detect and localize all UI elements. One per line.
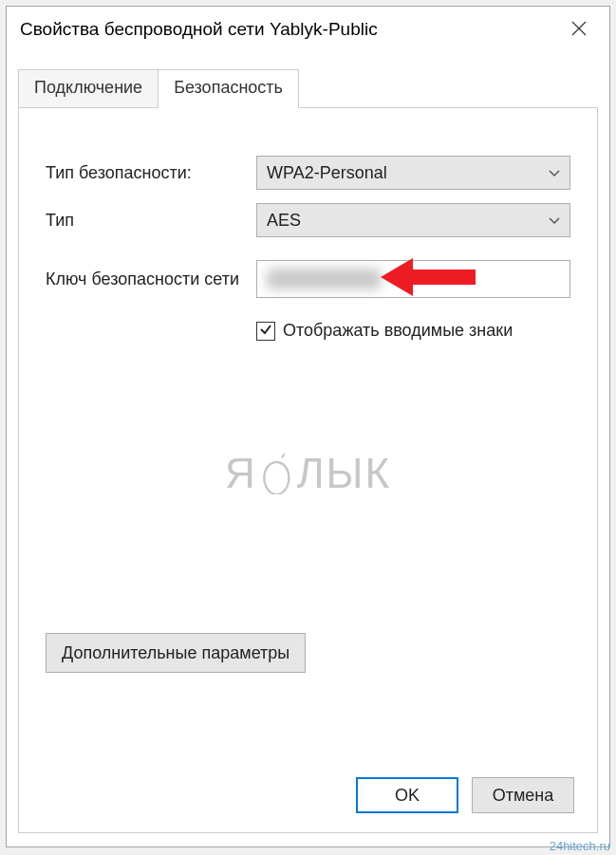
label-show-characters: Отображать вводимые знаки: [283, 321, 513, 341]
select-encryption-type[interactable]: AES: [256, 203, 570, 237]
dialog-window: Свойства беспроводной сети Yablyk-Public…: [6, 6, 610, 847]
input-network-key[interactable]: [256, 260, 570, 298]
row-show-characters: Отображать вводимые знаки: [256, 321, 570, 341]
tab-strip: Подключение Безопасность: [18, 69, 609, 107]
tab-security[interactable]: Безопасность: [158, 69, 299, 108]
checkbox-show-characters[interactable]: [256, 322, 275, 341]
ok-button[interactable]: OK: [356, 777, 458, 813]
select-security-type-value: WPA2-Personal: [267, 163, 387, 183]
row-encryption-type: Тип AES: [46, 203, 570, 237]
close-button[interactable]: [558, 9, 600, 50]
tab-security-label: Безопасность: [174, 78, 283, 97]
site-watermark: 24hitech.ru: [550, 839, 610, 853]
chevron-down-icon: [549, 165, 560, 180]
annotation-arrow: [381, 256, 476, 302]
chevron-down-icon: [549, 213, 560, 228]
advanced-settings-button[interactable]: Дополнительные параметры: [46, 633, 306, 673]
titlebar: Свойства беспроводной сети Yablyk-Public: [7, 7, 609, 52]
check-icon: [259, 323, 272, 340]
label-security-type: Тип безопасности:: [46, 163, 256, 183]
security-panel: Тип безопасности: WPA2-Personal Тип AES …: [18, 107, 598, 833]
select-encryption-type-value: AES: [267, 211, 301, 231]
label-encryption-type: Тип: [46, 211, 256, 231]
ok-button-label: OK: [395, 786, 420, 806]
select-security-type[interactable]: WPA2-Personal: [256, 156, 570, 190]
advanced-settings-label: Дополнительные параметры: [62, 643, 289, 663]
watermark-logo: Я ЛЫК: [225, 450, 391, 497]
window-title: Свойства беспроводной сети Yablyk-Public: [20, 19, 558, 40]
cancel-button-label: Отмена: [493, 786, 554, 806]
cancel-button[interactable]: Отмена: [472, 777, 574, 813]
close-icon: [571, 19, 587, 41]
apple-icon: [259, 453, 295, 494]
tab-connection-label: Подключение: [34, 78, 142, 97]
row-security-type: Тип безопасности: WPA2-Personal: [46, 156, 570, 190]
tab-connection[interactable]: Подключение: [18, 69, 159, 107]
label-network-key: Ключ безопасности сети: [46, 270, 256, 289]
row-network-key: Ключ безопасности сети: [46, 260, 570, 298]
svg-marker-0: [381, 258, 476, 296]
dialog-button-bar: OK Отмена: [356, 777, 574, 813]
obscured-password-value: [267, 269, 381, 289]
